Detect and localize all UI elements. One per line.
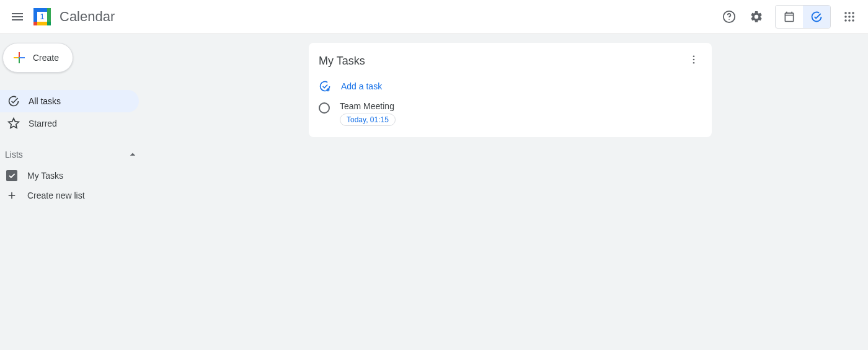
task-row[interactable]: Team Meeting Today, 01:15 <box>319 96 702 126</box>
create-new-list-button[interactable]: Create new list <box>0 186 154 205</box>
help-icon <box>722 10 736 24</box>
header: 1 Calendar <box>0 0 868 34</box>
nav-label: Starred <box>29 119 57 128</box>
lists-section-header[interactable]: Lists <box>0 142 154 166</box>
svg-point-9 <box>728 19 729 20</box>
nav-label: All tasks <box>29 96 61 106</box>
svg-text:1: 1 <box>40 12 44 21</box>
more-vert-icon <box>688 54 699 65</box>
plus-multicolor-icon <box>12 50 27 65</box>
create-list-label: Create new list <box>27 191 85 200</box>
svg-rect-5 <box>33 22 37 25</box>
settings-button[interactable] <box>744 4 769 29</box>
check-circle-icon <box>7 95 20 107</box>
svg-rect-23 <box>19 57 20 58</box>
calendar-logo-icon: 1 <box>32 7 52 27</box>
svg-rect-22 <box>20 57 25 58</box>
view-toggle <box>775 5 831 29</box>
gear-icon <box>750 10 763 24</box>
svg-point-17 <box>848 19 851 22</box>
svg-rect-21 <box>14 57 19 58</box>
svg-point-18 <box>852 19 854 22</box>
tasks-view-button[interactable] <box>803 6 830 28</box>
calendar-view-button[interactable] <box>776 6 803 28</box>
menu-icon <box>10 9 25 24</box>
tasks-view-icon <box>810 11 823 23</box>
logo[interactable]: 1 Calendar <box>32 7 115 27</box>
task-complete-toggle[interactable] <box>319 102 330 114</box>
lists-header-label: Lists <box>5 150 23 159</box>
svg-point-11 <box>848 12 851 14</box>
task-panel: My Tasks Add a task Team Meeting Today, … <box>309 43 712 137</box>
svg-point-14 <box>848 16 851 18</box>
checkbox-checked-icon[interactable] <box>6 170 17 181</box>
list-item-my-tasks[interactable]: My Tasks <box>0 166 154 186</box>
add-task-button[interactable]: Add a task <box>319 76 702 96</box>
svg-point-12 <box>852 12 854 14</box>
svg-point-15 <box>852 16 854 18</box>
add-task-icon <box>319 80 331 92</box>
create-button-label: Create <box>33 53 59 63</box>
panel-title: My Tasks <box>319 55 365 68</box>
svg-point-13 <box>844 16 847 18</box>
task-time-chip[interactable]: Today, 01:15 <box>340 114 396 126</box>
plus-icon <box>6 190 17 201</box>
svg-point-25 <box>693 59 695 61</box>
apps-button[interactable] <box>837 4 862 29</box>
task-title: Team Meeting <box>340 101 396 111</box>
svg-point-24 <box>693 55 695 57</box>
chevron-up-icon <box>126 148 139 161</box>
support-button[interactable] <box>717 4 742 29</box>
svg-rect-19 <box>19 52 20 57</box>
body: Create All tasks Starred Lists My Tasks <box>0 34 868 350</box>
list-label: My Tasks <box>27 171 63 181</box>
apps-grid-icon <box>844 11 855 22</box>
main-menu-button[interactable] <box>5 4 30 29</box>
panel-more-button[interactable] <box>686 52 702 70</box>
svg-rect-6 <box>47 22 51 25</box>
add-task-label: Add a task <box>341 81 382 91</box>
svg-point-26 <box>693 62 695 64</box>
svg-point-16 <box>844 19 847 22</box>
calendar-view-icon <box>783 11 795 23</box>
panel-header: My Tasks <box>319 52 702 70</box>
star-icon <box>7 117 20 130</box>
svg-rect-20 <box>19 58 20 63</box>
app-title: Calendar <box>60 9 115 25</box>
task-content: Team Meeting Today, 01:15 <box>340 101 396 126</box>
main-content: My Tasks Add a task Team Meeting Today, … <box>154 34 868 350</box>
nav-list: All tasks Starred <box>0 90 154 135</box>
create-button[interactable]: Create <box>2 43 73 73</box>
sidebar: Create All tasks Starred Lists My Tasks <box>0 34 154 350</box>
sidebar-item-starred[interactable]: Starred <box>0 112 139 135</box>
sidebar-item-all-tasks[interactable]: All tasks <box>0 90 139 112</box>
svg-point-10 <box>844 12 847 14</box>
